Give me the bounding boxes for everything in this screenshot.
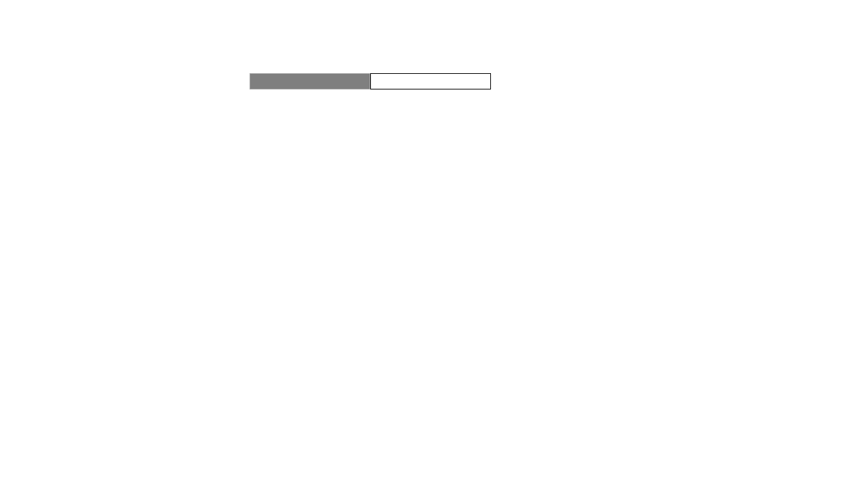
start-month-label <box>250 73 370 89</box>
start-month-value[interactable] <box>370 73 491 89</box>
start-month-control <box>250 73 491 89</box>
